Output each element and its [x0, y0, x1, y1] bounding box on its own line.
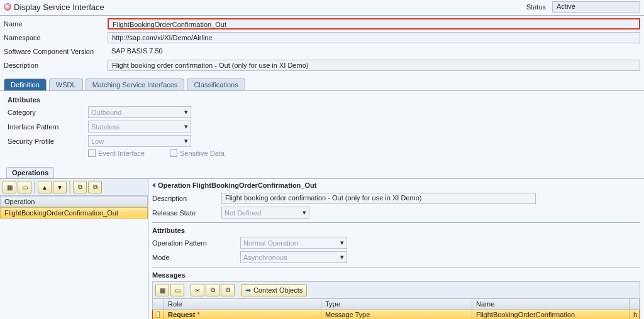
col-name[interactable]: Name [472, 299, 630, 309]
pattern-select[interactable]: Stateless▾ [88, 121, 191, 132]
arrow-right-icon: ➡ [245, 286, 251, 295]
operations-title: Operations [6, 167, 54, 178]
op-desc-label: Description [152, 195, 221, 202]
mode-label: Mode [152, 254, 240, 261]
mode-select[interactable]: Asynchronous▾ [240, 251, 347, 263]
msg-add-button[interactable]: ▦ [155, 284, 169, 296]
delete-row-button[interactable]: ▭ [18, 181, 31, 193]
tab-matching[interactable]: Matching Service Interfaces [86, 78, 185, 90]
operation-detail-title: Operation FlightBookingOrderConfirmation… [158, 181, 316, 189]
tab-wsdl[interactable]: WSDL [49, 78, 83, 90]
msg-delete-button[interactable]: ▭ [170, 284, 184, 296]
release-state-select[interactable]: Not Defined▾ [221, 207, 309, 219]
operation-row[interactable]: FlightBookingOrderConfirmation_Out [0, 207, 148, 219]
col-type[interactable]: Type [321, 299, 472, 309]
op-pattern-select[interactable]: Normal Operation▾ [240, 237, 347, 249]
messages-header-row: Role Type Name [152, 299, 640, 310]
paste-op-button[interactable]: ⧉ [88, 181, 102, 193]
chevron-down-icon: ▾ [340, 253, 344, 261]
profile-select[interactable]: Low▾ [88, 135, 191, 147]
profile-label: Security Profile [8, 138, 88, 145]
scv-label: Software Component Version [4, 48, 108, 55]
msg-cut-button[interactable]: ✂ [191, 284, 204, 296]
category-label: Category [8, 109, 88, 116]
required-star-icon: * [197, 311, 199, 318]
attributes-title: Attributes [8, 96, 636, 104]
event-interface-checkbox[interactable]: Event Interface [88, 149, 145, 157]
msg-paste-button[interactable]: ⧉ [221, 284, 235, 296]
row-role: Request [168, 311, 195, 318]
chevron-down-icon: ▾ [184, 108, 188, 116]
row-type: Message Type [321, 310, 472, 319]
page-title: Display Service Interface [14, 3, 104, 12]
tab-definition[interactable]: Definition [4, 78, 47, 90]
operation-column-header: Operation [0, 196, 148, 207]
copy-op-button[interactable]: ⧉ [73, 181, 87, 193]
messages-title: Messages [152, 271, 640, 279]
chevron-down-icon: ▾ [184, 137, 188, 145]
category-select[interactable]: Outbound▾ [88, 106, 191, 118]
chevron-down-icon: ▾ [303, 208, 306, 217]
status-label: Status [526, 3, 546, 11]
move-up-button[interactable]: ▲ [38, 181, 52, 193]
move-down-button[interactable]: ▼ [53, 181, 67, 193]
release-state-label: Release State [152, 209, 221, 217]
pattern-label: Interface Pattern [8, 123, 88, 131]
description-field[interactable]: Flight booking order confirmation - Out … [108, 60, 640, 71]
messages-row[interactable]: Request * Message Type FlightBookingOrde… [152, 310, 640, 319]
scv-value: SAP BASIS 7.50 [108, 46, 640, 57]
app-icon [4, 3, 11, 11]
op-pattern-label: Operation Pattern [152, 239, 240, 247]
op-attributes-title: Attributes [152, 227, 640, 234]
namespace-label: Namespace [4, 34, 108, 41]
msg-copy-button[interactable]: ⧉ [206, 284, 219, 296]
namespace-field[interactable]: http://sap.com/xi/XI/Demo/Airline [108, 32, 640, 43]
context-objects-button[interactable]: ➡Context Objects [241, 284, 307, 296]
row-overflow: h [630, 310, 640, 319]
chevron-down-icon: ▾ [184, 122, 188, 131]
sensitive-data-checkbox[interactable]: Sensitive Data [170, 149, 225, 157]
op-desc-field[interactable]: Flight booking order confirmation - Out … [221, 193, 536, 204]
name-label: Name [4, 20, 108, 28]
description-label: Description [4, 62, 108, 69]
status-value: Active [552, 1, 640, 13]
row-handle[interactable] [153, 310, 164, 319]
chevron-down-icon: ▾ [340, 239, 344, 247]
operations-toolbar: ▦ ▭ ▲ ▼ ⧉ ⧉ [0, 179, 148, 196]
add-row-button[interactable]: ▦ [3, 181, 16, 193]
name-field[interactable]: FlightBookingOrderConfirmation_Out [108, 18, 640, 30]
tab-classifications[interactable]: Classifications [187, 78, 245, 90]
row-name: FlightBookingOrderConfirmation [472, 310, 630, 319]
collapse-icon[interactable] [152, 183, 155, 188]
col-role[interactable]: Role [164, 299, 321, 309]
